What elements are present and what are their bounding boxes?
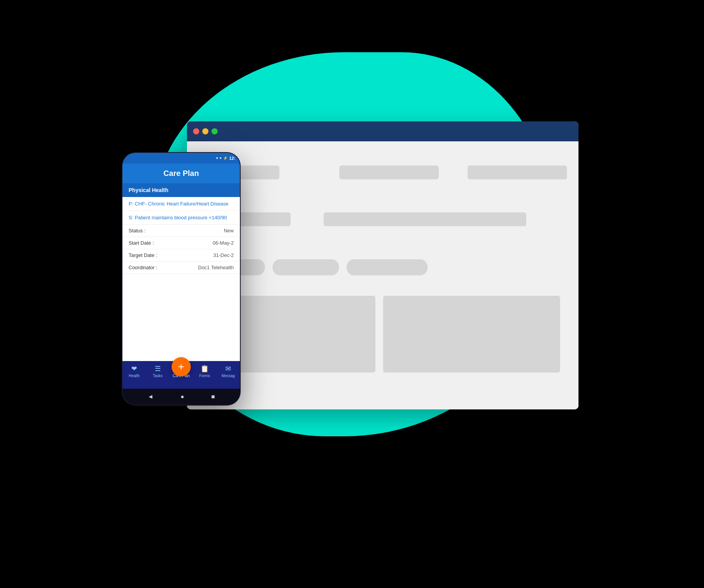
- target-date-field: Target Date : 31-Dec-2: [122, 249, 240, 262]
- phone-status-bar: ▾ ▾ ⚡ 12:: [122, 153, 240, 164]
- placeholder-block-5: [324, 212, 526, 226]
- nav-tasks[interactable]: ☰ Tasks: [146, 364, 169, 378]
- nav-forms[interactable]: 📋 Forms: [193, 364, 216, 378]
- nav-health-label: Health: [129, 374, 140, 378]
- placeholder-card-2: [383, 296, 560, 373]
- placeholder-pill-3: [347, 259, 428, 275]
- forms-icon: 📋: [200, 364, 209, 373]
- browser-titlebar: [187, 121, 578, 141]
- nav-health[interactable]: ❤ Health: [122, 364, 146, 378]
- tasks-icon: ☰: [155, 364, 161, 373]
- coordinator-label: Coordinator :: [129, 265, 157, 270]
- desktop-browser-window: [187, 121, 578, 409]
- nav-tasks-label: Tasks: [153, 374, 163, 378]
- content-row-4: [198, 296, 567, 398]
- content-row-2: [198, 200, 567, 239]
- app-title: Care Plan: [129, 169, 234, 178]
- wifi-icon: ▾: [216, 156, 218, 160]
- status-label: Status :: [129, 228, 145, 234]
- coordinator-value: Doc1 Telehealth: [198, 265, 234, 270]
- home-button[interactable]: ●: [180, 393, 184, 400]
- system-nav-bar: ◄ ● ■: [122, 389, 240, 405]
- care-plan-diagnosis[interactable]: P: CHF- Chronic Heart Failure/Heart Dise…: [122, 197, 240, 211]
- content-row-1: [198, 153, 567, 192]
- battery-icon: ⚡: [223, 156, 228, 160]
- nav-forms-label: Forms: [199, 374, 210, 378]
- target-date-label: Target Date :: [129, 252, 157, 258]
- content-row-3: [198, 247, 567, 288]
- signal-icon: ▾: [220, 156, 221, 160]
- coordinator-field: Coordinator : Doc1 Telehealth: [122, 262, 240, 274]
- section-subheader: Physical Health: [122, 183, 240, 197]
- window-close-button[interactable]: [193, 128, 199, 134]
- app-header: Care Plan: [122, 164, 240, 183]
- mobile-phone: ▾ ▾ ⚡ 12: Care Plan Physical Health P: C…: [122, 152, 241, 406]
- placeholder-block-3: [468, 166, 567, 179]
- target-date-value: 31-Dec-2: [213, 252, 234, 258]
- section-title: Physical Health: [129, 187, 234, 193]
- nav-messages-label: Messag: [221, 374, 235, 378]
- window-minimize-button[interactable]: [202, 128, 208, 134]
- recents-button[interactable]: ■: [211, 393, 215, 400]
- window-maximize-button[interactable]: [212, 128, 218, 134]
- browser-content: [187, 141, 578, 409]
- care-plan-goal[interactable]: S: Patient maintains blood pressure <140…: [122, 211, 240, 225]
- placeholder-block-2: [339, 166, 439, 179]
- status-value: New: [224, 228, 234, 234]
- phone-body: P: CHF- Chronic Heart Failure/Heart Dise…: [122, 197, 240, 361]
- placeholder-pill-2: [273, 259, 339, 275]
- start-date-field: Start Date : 06-May-2: [122, 237, 240, 249]
- status-field: Status : New: [122, 225, 240, 237]
- scene: ▾ ▾ ⚡ 12: Care Plan Physical Health P: C…: [122, 45, 582, 544]
- back-button[interactable]: ◄: [147, 393, 154, 400]
- messages-icon: ✉: [225, 364, 231, 373]
- fab-add-button[interactable]: +: [172, 357, 191, 376]
- start-date-value: 06-May-2: [213, 240, 234, 246]
- health-icon: ❤: [131, 364, 137, 373]
- start-date-label: Start Date :: [129, 240, 154, 246]
- nav-messages[interactable]: ✉ Messag: [216, 364, 240, 378]
- phone-screen: ▾ ▾ ⚡ 12: Care Plan Physical Health P: C…: [122, 153, 240, 405]
- status-time: 12:: [229, 156, 235, 161]
